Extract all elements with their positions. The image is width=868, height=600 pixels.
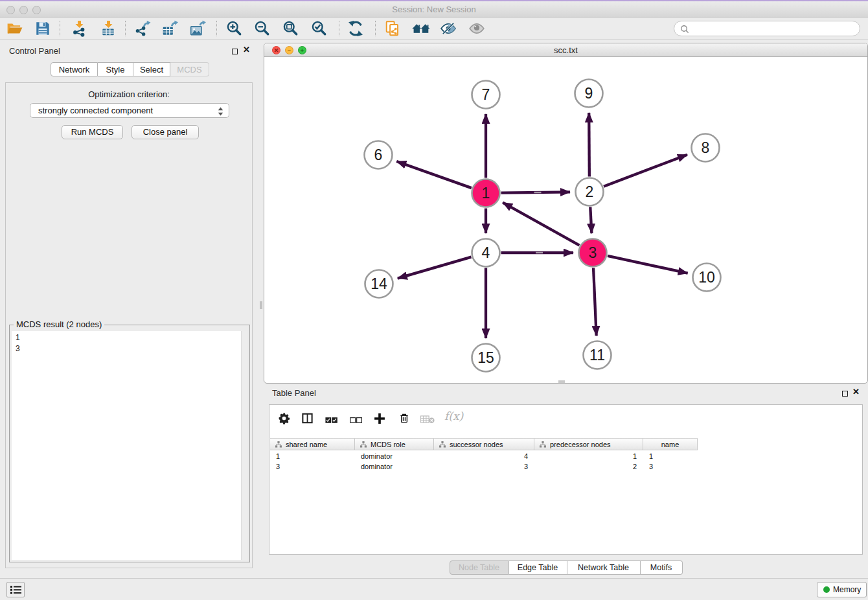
edge-label bbox=[536, 252, 543, 253]
column-header-shared-name[interactable]: shared name bbox=[270, 439, 355, 450]
cell[interactable]: 4 bbox=[434, 451, 534, 461]
duplicate-network-icon[interactable] bbox=[385, 20, 402, 37]
column-header-MCDS-role[interactable]: MCDS role bbox=[355, 439, 434, 450]
edge-1-6[interactable] bbox=[396, 161, 472, 188]
memory-label: Memory bbox=[833, 585, 861, 594]
edge-4-14[interactable] bbox=[398, 257, 472, 279]
edge-2-3[interactable] bbox=[590, 207, 591, 233]
search-input[interactable] bbox=[692, 22, 854, 35]
export-image-icon[interactable] bbox=[189, 20, 206, 37]
canvas-scrollbar-thumb[interactable] bbox=[558, 380, 565, 383]
node-label-7: 7 bbox=[482, 86, 490, 103]
cell[interactable]: dominator bbox=[355, 451, 434, 461]
cell[interactable]: 1 bbox=[270, 451, 355, 461]
node-label-10: 10 bbox=[698, 269, 715, 286]
zoom-out-icon[interactable] bbox=[254, 20, 271, 37]
export-network-icon[interactable] bbox=[134, 20, 151, 37]
function-builder-icon: f(x) bbox=[444, 410, 463, 422]
node-table: f(x) shared nameMCDS rolesuccessor nodes… bbox=[269, 404, 863, 555]
table-tab-node-table[interactable]: Node Table bbox=[450, 560, 509, 575]
column-type-icon bbox=[360, 441, 367, 448]
node-label-1: 1 bbox=[482, 185, 490, 202]
column-header-name[interactable]: name bbox=[643, 439, 698, 450]
control-panel-float-button[interactable] bbox=[232, 49, 238, 54]
table-tab-motifs[interactable]: Motifs bbox=[641, 560, 683, 575]
import-network-icon[interactable] bbox=[71, 20, 87, 37]
cell[interactable]: 3 bbox=[270, 461, 355, 472]
select-all-icon[interactable] bbox=[325, 415, 337, 426]
table-row-1[interactable]: 1dominator411 bbox=[270, 451, 698, 461]
cell[interactable]: 1 bbox=[643, 451, 698, 461]
zoom-in-icon[interactable] bbox=[226, 20, 243, 37]
table-panel-close-button[interactable]: ✕ bbox=[852, 387, 860, 397]
table-split-view-icon[interactable] bbox=[301, 412, 314, 427]
optimization-criterion-label: Optimization criterion: bbox=[6, 89, 252, 99]
mcds-result-list[interactable]: 1 3 bbox=[12, 331, 247, 560]
table-panel-tabs: Node TableEdge TableNetwork TableMotifs bbox=[264, 560, 868, 575]
table-header-row[interactable]: shared nameMCDS rolesuccessor nodesprede… bbox=[270, 438, 698, 450]
node-label-8: 8 bbox=[702, 139, 710, 156]
table-tab-edge-table[interactable]: Edge Table bbox=[509, 560, 567, 575]
search-field[interactable] bbox=[674, 21, 860, 36]
cell[interactable]: 3 bbox=[643, 461, 698, 472]
open-file-icon[interactable] bbox=[6, 20, 23, 37]
cell[interactable]: dominator bbox=[355, 461, 434, 472]
mcds-result-legend: MCDS result (2 nodes) bbox=[14, 319, 104, 329]
column-type-icon bbox=[439, 441, 446, 448]
network-graph-canvas[interactable]: 7968124314101511 bbox=[264, 57, 867, 383]
criterion-select[interactable]: strongly connected component bbox=[30, 103, 229, 118]
edge-3-11[interactable] bbox=[593, 268, 597, 336]
column-header-successor-nodes[interactable]: successor nodes bbox=[434, 439, 534, 450]
control-tab-style[interactable]: Style bbox=[98, 62, 133, 76]
import-table-icon[interactable] bbox=[100, 20, 117, 37]
table-panel-title: Table Panel bbox=[272, 388, 316, 398]
cell[interactable]: 3 bbox=[434, 461, 534, 472]
delete-table-icon bbox=[420, 415, 435, 426]
app-titlebar: Session: New Session bbox=[0, 1, 868, 17]
network-window-titlebar[interactable]: ✕ − + scc.txt bbox=[264, 43, 867, 57]
control-panel-title: Control Panel bbox=[9, 46, 60, 56]
cell[interactable]: 1 bbox=[534, 451, 643, 461]
zoom-selected-icon[interactable] bbox=[311, 20, 328, 37]
mcds-panel: Optimization criterion: strongly connect… bbox=[5, 82, 253, 568]
edge-2-8[interactable] bbox=[604, 155, 687, 187]
edge-3-10[interactable] bbox=[608, 256, 688, 273]
control-tab-network[interactable]: Network bbox=[51, 62, 98, 76]
edge-3-1[interactable] bbox=[503, 203, 579, 246]
table-row-3[interactable]: 3dominator323 bbox=[270, 461, 698, 472]
close-panel-button[interactable]: Close panel bbox=[131, 125, 199, 139]
table-settings-icon[interactable] bbox=[278, 412, 290, 427]
cell[interactable]: 2 bbox=[534, 461, 643, 472]
column-type-icon bbox=[540, 441, 546, 448]
result-scrollbar[interactable] bbox=[241, 331, 247, 560]
table-panel-float-button[interactable] bbox=[842, 391, 848, 397]
zoom-fit-icon[interactable] bbox=[282, 20, 299, 37]
run-mcds-button[interactable]: Run MCDS bbox=[62, 125, 123, 139]
column-header-predecessor-nodes[interactable]: predecessor nodes bbox=[534, 439, 643, 450]
control-panel-close-button[interactable]: ✕ bbox=[243, 45, 250, 54]
edge-2-9[interactable] bbox=[589, 113, 589, 177]
show-graphics-details-icon[interactable] bbox=[468, 20, 485, 37]
hide-graphics-details-icon[interactable] bbox=[440, 20, 457, 37]
refresh-icon[interactable] bbox=[347, 20, 364, 37]
network-overview-icon[interactable] bbox=[412, 20, 429, 37]
delete-row-icon[interactable] bbox=[398, 412, 410, 427]
add-row-icon[interactable] bbox=[373, 412, 386, 428]
column-type-icon bbox=[275, 441, 282, 448]
mcds-result-values: 1 3 bbox=[16, 332, 20, 354]
panel-splitter-handle[interactable] bbox=[260, 301, 262, 309]
node-label-2: 2 bbox=[586, 183, 594, 200]
save-session-icon[interactable] bbox=[34, 20, 51, 37]
table-tab-network-table[interactable]: Network Table bbox=[567, 560, 641, 575]
mcds-result-group: MCDS result (2 nodes) 1 3 bbox=[9, 325, 250, 562]
task-history-button[interactable] bbox=[6, 582, 25, 597]
deselect-all-icon[interactable] bbox=[350, 415, 362, 426]
memory-button[interactable]: Memory bbox=[817, 582, 867, 597]
control-tab-select[interactable]: Select bbox=[133, 62, 170, 76]
select-chevrons-icon bbox=[218, 106, 223, 120]
export-table-icon[interactable] bbox=[161, 20, 178, 37]
list-icon bbox=[10, 585, 21, 594]
window-title: Session: New Session bbox=[0, 5, 868, 14]
memory-status-icon bbox=[823, 586, 830, 593]
control-tab-mcds[interactable]: MCDS bbox=[170, 62, 209, 76]
